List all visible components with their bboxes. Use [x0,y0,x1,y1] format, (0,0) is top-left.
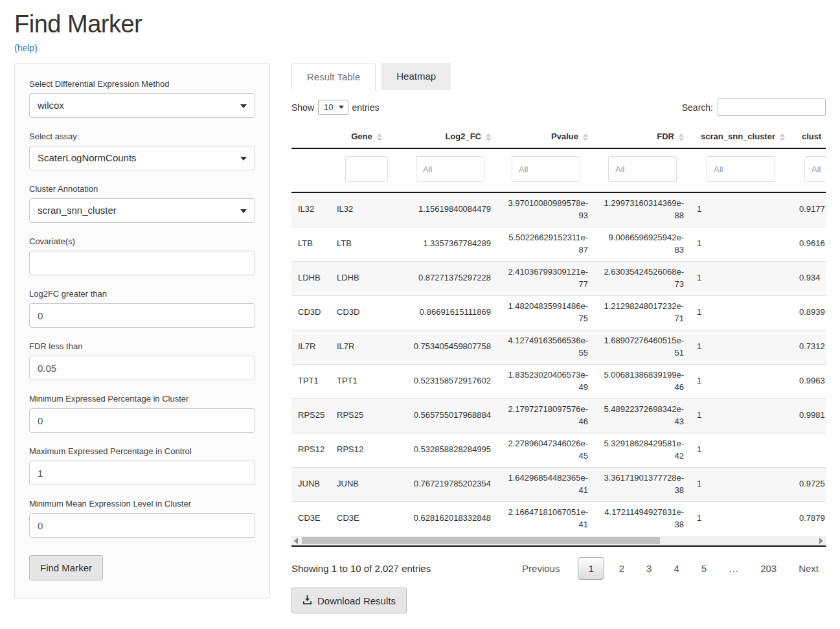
de-method-value: wilcox [38,100,64,111]
scrollbar-thumb[interactable] [302,537,660,544]
clust-filter-input[interactable] [804,156,826,182]
horizontal-scrollbar[interactable] [291,536,826,545]
log2fc-cell: 1.3357367784289 [403,227,497,261]
column-header-clust[interactable]: clust [791,125,826,148]
log2fc-cell: 0.86691615111869 [403,295,497,330]
clust-cell: 0.934 [791,261,826,295]
column-header-pvalue[interactable]: Pvalue [497,125,595,148]
rowname-column-header [291,125,330,148]
table-row[interactable]: CD3E CD3E 0.628162018332848 2.1664718106… [291,501,826,536]
gene-cell: JUNB [330,467,403,501]
tab-result-table[interactable]: Result Table [291,63,376,91]
cluster-cell: 1 [690,330,791,364]
rowname-cell: LTB [291,227,330,261]
cluster-cell: 1 [690,364,791,398]
clust-cell: 0.8939 [791,295,826,330]
min-expressed-pct-input[interactable] [29,408,255,433]
pagination: Previous 1 2 3 4 5 … 203 Next [515,557,826,580]
download-results-button[interactable]: Download Results [291,588,407,613]
pvalue-cell: 4.12749163566536e-55 [497,330,595,364]
assay-select[interactable]: ScaterLogNormCounts [29,146,255,170]
sort-icon [780,133,785,141]
cluster-cell: 1 [690,227,791,261]
help-link[interactable]: (help) [14,43,38,53]
cluster-filter-input[interactable] [707,156,775,182]
fdr-threshold-input[interactable] [29,356,255,380]
pagination-page-1[interactable]: 1 [578,557,604,580]
rowname-cell: CD3E [291,501,330,536]
find-marker-button[interactable]: Find Marker [29,555,103,580]
sort-icon [583,133,588,141]
max-expressed-pct-input[interactable] [29,461,255,485]
column-header-cluster[interactable]: scran_snn_cluster [690,125,791,148]
search-input[interactable] [718,98,826,116]
table-row[interactable]: RPS12 RPS12 0.532858828284995 2.27896047… [291,433,826,467]
rowname-cell: CD3D [291,295,330,330]
max-expressed-pct-label: Maximum Expressed Percentage in Control [29,446,255,456]
rowname-cell: TPT1 [291,364,330,398]
show-entries-suffix: entries [352,102,380,113]
gene-cell: IL32 [330,192,403,227]
main-panel: Result Table Heatmap Show 10 entries Sea… [291,63,826,613]
pagination-page-5[interactable]: 5 [694,558,714,579]
fdr-cell: 5.48922372698342e-43 [595,398,690,433]
log2fc-filter-input[interactable] [416,156,484,182]
gene-filter-input[interactable] [345,156,388,182]
fdr-filter-input[interactable] [608,156,677,182]
cluster-annotation-label: Cluster Annotation [29,184,255,194]
rowname-cell: IL32 [291,192,330,227]
cluster-cell: 1 [690,433,791,467]
table-row[interactable]: IL32 IL32 1.15619840084479 3.97010080989… [291,192,826,227]
min-mean-expression-input[interactable] [29,513,255,538]
pvalue-cell: 3.97010080989578e-93 [497,192,595,227]
pagination-page-2[interactable]: 2 [612,558,631,579]
column-header-fdr[interactable]: FDR [595,125,690,148]
pvalue-filter-input[interactable] [512,156,580,182]
log2fc-cell: 0.753405459807758 [403,330,497,364]
gene-cell: TPT1 [330,364,403,398]
cluster-cell: 1 [690,192,791,227]
table-row[interactable]: LDHB LDHB 0.87271375297228 2.41036799309… [291,261,826,295]
log2fc-threshold-input[interactable] [29,303,255,328]
pagination-page-4[interactable]: 4 [666,558,686,579]
table-row[interactable]: LTB LTB 1.3357367784289 5.50226629152311… [291,227,826,261]
column-header-log2fc[interactable]: Log2_FC [403,125,497,148]
header-row: Gene Log2_FC Pvalue FDR scran_snn_cluste… [291,125,826,148]
gene-cell: RPS25 [330,398,403,433]
download-icon [302,595,312,606]
tab-heatmap[interactable]: Heatmap [381,63,451,90]
cluster-cell: 1 [690,467,791,501]
scroll-right-arrow-icon[interactable] [819,538,823,544]
pagination-previous[interactable]: Previous [515,558,570,579]
fdr-cell: 1.68907276460515e-51 [595,330,690,364]
table-row[interactable]: RPS25 RPS25 0.565755017968884 2.17972718… [291,398,826,433]
table-row[interactable]: CD3D CD3D 0.86691615111869 1.48204835991… [291,295,826,330]
rowname-cell: RPS12 [291,433,330,467]
page-length-value: 10 [324,102,333,112]
de-method-select[interactable]: wilcox [29,93,255,118]
table-row[interactable]: IL7R IL7R 0.753405459807758 4.1274916356… [291,330,826,364]
min-mean-expression-label: Minimum Mean Expression Level in Cluster [29,499,255,509]
tab-bar: Result Table Heatmap [291,63,826,90]
pvalue-cell: 1.64296854482365e-41 [497,467,595,501]
chevron-down-icon [240,209,247,213]
table-info: Showing 1 to 10 of 2,027 entries [291,563,431,574]
scroll-left-arrow-icon[interactable] [294,538,298,544]
pagination-next[interactable]: Next [791,558,826,579]
assay-label: Select assay: [29,132,255,141]
pagination-page-3[interactable]: 3 [639,558,659,579]
table-row[interactable]: TPT1 TPT1 0.523158572917602 1.8352302040… [291,364,826,398]
clust-cell [791,433,826,467]
pagination-page-203[interactable]: 203 [753,558,784,579]
sort-icon [679,133,684,141]
log2fc-cell: 0.523158572917602 [403,364,497,398]
column-header-gene[interactable]: Gene [330,125,403,148]
log2fc-cell: 0.532858828284995 [403,433,497,467]
page-length-select[interactable]: 10 [318,100,348,115]
table-row[interactable]: JUNB JUNB 0.767219785202354 1.6429685448… [291,467,826,501]
cluster-cell: 1 [690,501,791,536]
log2fc-threshold-label: Log2FC greater than [29,289,255,299]
results-table-scroll-area: Gene Log2_FC Pvalue FDR scran_snn_cluste… [291,125,826,547]
cluster-annotation-select[interactable]: scran_snn_cluster [29,198,255,223]
covariates-input[interactable] [29,251,255,275]
